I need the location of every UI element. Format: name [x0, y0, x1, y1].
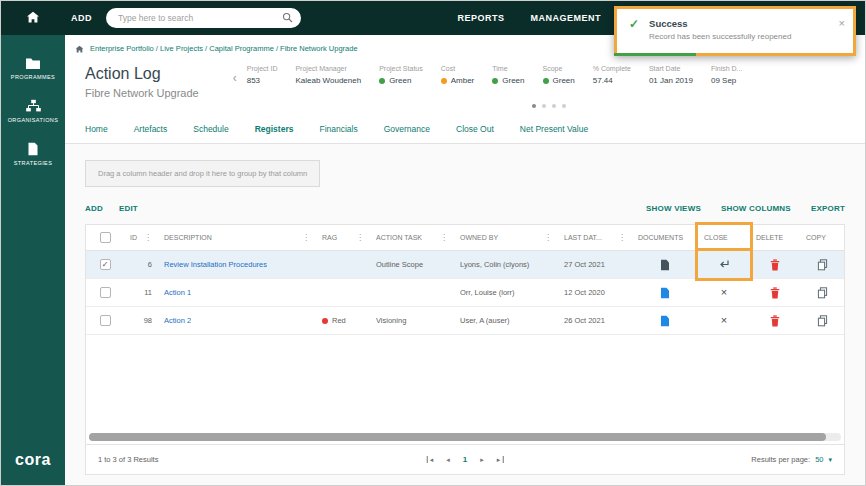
column-header-owned-by[interactable]: OWNED BY⋮	[454, 225, 558, 250]
project-info-field: ScopeGreen	[543, 65, 575, 85]
sidebar-item-programmes[interactable]: PROGRAMMES	[1, 57, 65, 80]
sidebar-item-organisations[interactable]: ORGANISATIONS	[1, 99, 65, 123]
breadcrumb-path[interactable]: Enterprise Portfolio / Live Projects / C…	[90, 44, 358, 53]
copy-icon[interactable]	[800, 279, 844, 306]
info-prev-chevron-icon[interactable]: ‹	[233, 71, 237, 85]
column-header-last-date[interactable]: LAST DAT...⋮	[558, 225, 632, 250]
grid-toolbar-right: SHOW VIEWS SHOW COLUMNS EXPORT	[626, 204, 845, 213]
show-columns-button[interactable]: SHOW COLUMNS	[721, 204, 791, 213]
success-check-icon: ✓	[629, 18, 639, 30]
previous-page-button[interactable]: ◂	[446, 456, 450, 464]
pager-dot[interactable]	[542, 104, 546, 108]
topbar-add-button[interactable]: ADD	[71, 13, 92, 23]
cell-action-task: Outline Scope	[370, 251, 454, 278]
description-link[interactable]: Action 1	[164, 288, 191, 297]
column-menu-icon[interactable]: ⋮	[440, 233, 448, 242]
document-icon[interactable]	[632, 251, 698, 278]
next-page-button[interactable]: ▸	[480, 456, 484, 464]
tab-close-out[interactable]: Close Out	[456, 124, 494, 134]
column-menu-icon[interactable]: ⋮	[302, 233, 310, 242]
add-button[interactable]: ADD	[85, 204, 103, 213]
cell-last-date: 26 Oct 2021	[558, 307, 632, 334]
sidebar: PROGRAMMESORGANISATIONSSTRATEGIES cora	[1, 35, 65, 485]
delete-icon[interactable]	[750, 307, 800, 334]
column-header-id[interactable]: ID⋮	[124, 225, 158, 250]
column-menu-icon[interactable]: ⋮	[618, 233, 626, 242]
cell-owned-by: Orr, Louise (lorr)	[454, 279, 558, 306]
delete-icon[interactable]	[750, 251, 800, 278]
row-checkbox[interactable]	[100, 315, 111, 326]
cell-id: 6	[124, 251, 158, 278]
field-value: Green	[543, 76, 575, 85]
column-header-description[interactable]: DESCRIPTION⋮	[158, 225, 316, 250]
description-link[interactable]: Action 2	[164, 316, 191, 325]
column-header-documents[interactable]: DOCUMENTS	[632, 225, 698, 250]
pager-dot[interactable]	[532, 104, 536, 108]
home-button[interactable]	[1, 1, 65, 35]
tab-financials[interactable]: Financials	[319, 124, 357, 134]
column-label: DESCRIPTION	[164, 234, 212, 241]
row-checkbox[interactable]: ✓	[100, 259, 111, 270]
cell-rag	[316, 279, 370, 306]
horizontal-scrollbar[interactable]	[89, 433, 841, 441]
reports-menu[interactable]: REPORTS	[457, 13, 504, 23]
group-by-drop-zone[interactable]: Drag a column header and drop it here to…	[85, 160, 320, 187]
search-icon[interactable]	[282, 9, 293, 27]
pager-dot[interactable]	[562, 104, 566, 108]
table-body: ✓6Review Installation ProceduresOutline …	[86, 251, 844, 335]
search-input[interactable]	[118, 13, 282, 23]
cell-rag	[316, 251, 370, 278]
select-all-checkbox[interactable]	[100, 232, 111, 243]
toast-message: Record has been successfully reopened	[649, 32, 833, 41]
row-checkbox[interactable]	[100, 287, 111, 298]
project-info-strip: Project ID853Project ManagerKaleab Woude…	[247, 65, 761, 85]
last-page-button[interactable]: ▸	[497, 456, 504, 464]
management-menu[interactable]: MANAGEMENT	[531, 13, 602, 23]
per-page-value[interactable]: 50	[815, 455, 823, 464]
column-menu-icon[interactable]: ⋮	[356, 233, 364, 242]
reopen-icon[interactable]	[698, 251, 750, 278]
project-info-field: % Complete57.44	[593, 65, 631, 85]
tab-home[interactable]: Home	[85, 124, 108, 134]
delete-icon[interactable]	[750, 279, 800, 306]
column-header-delete[interactable]: DELETE	[750, 225, 800, 250]
column-label: DOCUMENTS	[638, 234, 683, 241]
project-info-field: Project ManagerKaleab Woudeneh	[295, 65, 361, 85]
column-header-action-task[interactable]: ACTION TASK⋮	[370, 225, 454, 250]
global-search[interactable]	[106, 8, 301, 28]
document-icon[interactable]	[632, 307, 698, 334]
toast-close-icon[interactable]: ×	[839, 18, 845, 29]
first-page-button[interactable]: ◂	[427, 456, 434, 464]
copy-icon[interactable]	[800, 307, 844, 334]
copy-icon[interactable]	[800, 251, 844, 278]
cora-logo: cora	[15, 451, 51, 469]
column-menu-icon[interactable]: ⋮	[144, 233, 152, 242]
row-select-cell: ✓	[86, 251, 124, 278]
show-views-button[interactable]: SHOW VIEWS	[646, 204, 701, 213]
tab-governance[interactable]: Governance	[384, 124, 430, 134]
tab-net-present-value[interactable]: Net Present Value	[520, 124, 588, 134]
pager-dot[interactable]	[552, 104, 556, 108]
per-page-caret-icon[interactable]: ▾	[828, 456, 832, 464]
tab-schedule[interactable]: Schedule	[193, 124, 228, 134]
document-icon[interactable]	[632, 279, 698, 306]
current-page[interactable]: 1	[463, 455, 467, 464]
column-menu-icon[interactable]: ⋮	[544, 233, 552, 242]
column-header-close[interactable]: CLOSE	[698, 225, 750, 250]
column-header-rag[interactable]: RAG⋮	[316, 225, 370, 250]
column-header-copy[interactable]: COPY	[800, 225, 844, 250]
description-link[interactable]: Review Installation Procedures	[164, 260, 267, 269]
cell-description: Action 2	[158, 307, 316, 334]
field-value: 57.44	[593, 76, 631, 85]
breadcrumb-home-icon[interactable]	[75, 45, 84, 53]
column-label: ACTION TASK	[376, 234, 422, 241]
tab-artefacts[interactable]: Artefacts	[134, 124, 168, 134]
tab-registers[interactable]: Registers	[255, 124, 294, 134]
sidebar-item-strategies[interactable]: STRATEGIES	[1, 142, 65, 166]
horizontal-scrollbar-thumb[interactable]	[89, 433, 826, 441]
edit-button[interactable]: EDIT	[119, 204, 138, 213]
close-icon[interactable]: ×	[698, 307, 750, 334]
close-icon[interactable]: ×	[698, 279, 750, 306]
page-subtitle: Fibre Network Upgrade	[85, 87, 199, 99]
export-button[interactable]: EXPORT	[811, 204, 845, 213]
